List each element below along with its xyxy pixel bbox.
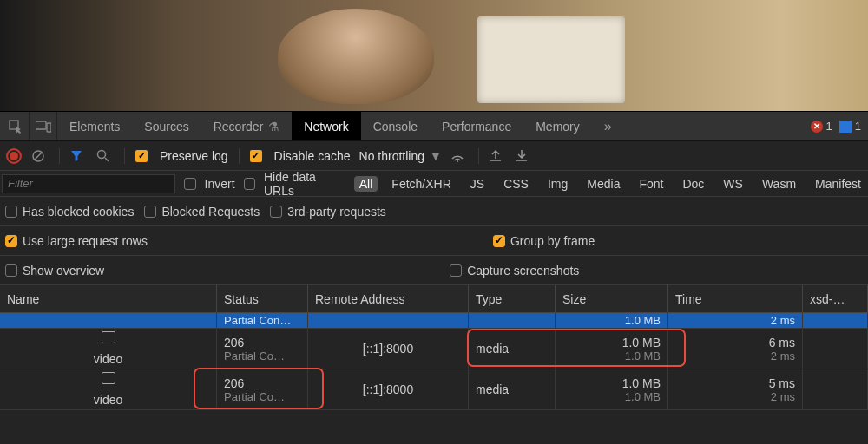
type-media[interactable]: Media xyxy=(582,176,625,192)
status-code: 206 xyxy=(224,376,300,390)
upload-har-icon[interactable] xyxy=(490,149,507,162)
svg-line-6 xyxy=(105,158,108,161)
type-manifest[interactable]: Manifest xyxy=(810,176,866,192)
table-row[interactable]: video 206Partial Co… [::1]:8000 media 1.… xyxy=(0,329,868,369)
row-type: media xyxy=(476,382,548,396)
type-ws[interactable]: WS xyxy=(718,176,748,192)
search-icon[interactable] xyxy=(96,149,114,162)
invert-label: Invert xyxy=(205,177,235,191)
invert-checkbox[interactable] xyxy=(184,178,195,190)
type-js[interactable]: JS xyxy=(465,176,490,192)
error-badge[interactable]: ✕1 xyxy=(811,120,832,133)
size-sub: 1.0 MB xyxy=(625,349,661,362)
has-blocked-checkbox[interactable] xyxy=(5,206,17,218)
main-tab-bar: Elements Sources Recorder⚗ Network Conso… xyxy=(0,112,868,141)
col-time[interactable]: Time xyxy=(668,285,803,312)
type-font[interactable]: Font xyxy=(634,176,668,192)
row-time: 5 ms xyxy=(769,376,795,390)
message-badge[interactable]: 1 xyxy=(839,120,861,133)
capture-checkbox[interactable] xyxy=(450,264,462,277)
tab-elements[interactable]: Elements xyxy=(57,112,132,140)
filter-bar: Invert Hide data URLs All Fetch/XHR JS C… xyxy=(0,171,868,197)
table-header: Name Status Remote Address Type Size Tim… xyxy=(0,285,868,313)
clear-button[interactable] xyxy=(31,149,49,163)
col-type[interactable]: Type xyxy=(469,285,556,312)
record-button[interactable] xyxy=(5,148,23,164)
network-toolbar: ✓Preserve log ✓Disable cache No throttli… xyxy=(0,141,868,171)
group-frame-checkbox[interactable] xyxy=(493,235,505,247)
capture-label: Capture screenshots xyxy=(467,264,579,278)
message-count: 1 xyxy=(855,120,861,133)
hide-urls-label: Hide data URLs xyxy=(264,170,345,198)
filter-toggle-icon[interactable] xyxy=(70,150,88,162)
flask-icon: ⚗ xyxy=(268,120,279,134)
network-conditions-icon[interactable] xyxy=(450,150,468,162)
file-icon xyxy=(102,372,115,384)
time-sub: 2 ms xyxy=(771,349,795,362)
size-sub: 1.0 MB xyxy=(625,390,661,403)
table-row[interactable]: video 206Partial Co… [::1]:8000 media 1.… xyxy=(0,369,868,410)
type-all[interactable]: All xyxy=(354,176,378,192)
type-fetch[interactable]: Fetch/XHR xyxy=(386,176,456,192)
throttling-value: No throttling xyxy=(359,149,424,163)
chevrons-icon xyxy=(604,119,612,134)
disable-cache-checkbox[interactable]: ✓ xyxy=(250,150,262,162)
message-icon xyxy=(839,121,852,133)
svg-rect-2 xyxy=(47,123,51,132)
tab-label: Performance xyxy=(442,120,511,134)
row-name: video xyxy=(94,393,122,407)
error-icon: ✕ xyxy=(811,121,823,133)
tab-sources[interactable]: Sources xyxy=(132,112,201,140)
size-sub: 1.0 MB xyxy=(625,314,661,327)
type-css[interactable]: CSS xyxy=(498,176,534,192)
preserve-log-checkbox[interactable]: ✓ xyxy=(135,150,148,162)
options-row-1: Has blocked cookies Blocked Requests 3rd… xyxy=(0,197,868,226)
status-sub: Partial Co… xyxy=(224,349,300,362)
time-sub: 2 ms xyxy=(771,314,795,327)
video-preview xyxy=(0,0,868,112)
tab-label: Network xyxy=(304,120,348,134)
more-tabs-button[interactable] xyxy=(592,112,624,140)
options-row-3: Show overview Capture screenshots xyxy=(0,256,868,285)
caret-down-icon: ▼ xyxy=(430,149,442,163)
table-row[interactable]: Partial Con… 1.0 MB 2 ms xyxy=(0,313,868,329)
svg-line-4 xyxy=(35,153,42,160)
inspect-icon[interactable] xyxy=(2,112,30,140)
col-size[interactable]: Size xyxy=(556,285,668,312)
tab-memory[interactable]: Memory xyxy=(523,112,592,140)
tab-performance[interactable]: Performance xyxy=(430,112,523,140)
hide-urls-checkbox[interactable] xyxy=(244,178,255,190)
tab-console[interactable]: Console xyxy=(361,112,430,140)
show-overview-checkbox[interactable] xyxy=(5,264,17,277)
remote-addr: [::1]:8000 xyxy=(363,342,413,356)
large-rows-label: Use large request rows xyxy=(23,234,148,248)
type-doc[interactable]: Doc xyxy=(677,176,709,192)
tab-label: Recorder xyxy=(214,120,264,134)
device-toggle-icon[interactable] xyxy=(30,112,57,140)
filter-input[interactable] xyxy=(2,174,175,193)
svg-point-7 xyxy=(457,160,458,162)
large-rows-checkbox[interactable] xyxy=(5,235,17,247)
error-count: 1 xyxy=(826,120,832,133)
blocked-req-checkbox[interactable] xyxy=(144,206,156,218)
throttling-select[interactable]: No throttling▼ xyxy=(359,149,442,163)
row-name: video xyxy=(94,352,122,366)
tab-recorder[interactable]: Recorder⚗ xyxy=(201,112,293,140)
status-sub: Partial Co… xyxy=(224,390,300,403)
third-party-checkbox[interactable] xyxy=(270,206,282,218)
options-row-2: Use large request rows Group by frame xyxy=(0,226,868,256)
type-img[interactable]: Img xyxy=(542,176,573,192)
third-party-label: 3rd-party requests xyxy=(287,205,386,219)
tab-network[interactable]: Network xyxy=(292,112,360,140)
col-name[interactable]: Name xyxy=(0,285,217,312)
disable-cache-label: Disable cache xyxy=(274,149,351,163)
col-extra[interactable]: xsd-… xyxy=(803,285,868,312)
download-har-icon[interactable] xyxy=(516,149,533,162)
type-wasm[interactable]: Wasm xyxy=(757,176,801,192)
tab-label: Console xyxy=(373,120,418,134)
row-size: 1.0 MB xyxy=(622,336,661,349)
file-icon xyxy=(102,331,115,343)
col-status[interactable]: Status xyxy=(217,285,308,312)
tab-label: Sources xyxy=(144,120,188,134)
col-remote[interactable]: Remote Address xyxy=(308,285,469,312)
